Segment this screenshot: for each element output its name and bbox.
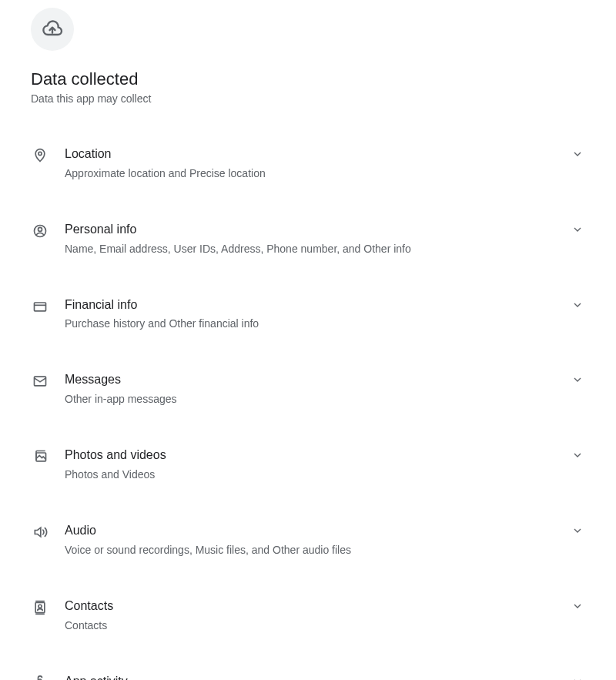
svg-marker-7 bbox=[35, 528, 41, 537]
data-item-title: Financial info bbox=[65, 297, 561, 313]
data-item-financial-info[interactable]: Financial info Purchase history and Othe… bbox=[31, 283, 585, 347]
chevron-down-icon bbox=[570, 146, 585, 162]
svg-point-0 bbox=[38, 152, 42, 155]
data-item-audio[interactable]: Audio Voice or sound recordings, Music f… bbox=[31, 509, 585, 572]
contacts-icon bbox=[31, 598, 49, 617]
svg-point-2 bbox=[38, 227, 42, 231]
data-item-description: Contacts bbox=[65, 618, 561, 634]
chevron-down-icon bbox=[570, 674, 585, 680]
data-item-description: Name, Email address, User IDs, Address, … bbox=[65, 241, 561, 257]
chevron-down-icon bbox=[570, 297, 585, 313]
data-item-title: Personal info bbox=[65, 222, 561, 238]
data-item-title: Audio bbox=[65, 523, 561, 539]
data-item-description: Approximate location and Precise locatio… bbox=[65, 166, 561, 182]
chevron-down-icon bbox=[570, 372, 585, 387]
data-item-title: Messages bbox=[65, 372, 561, 388]
svg-rect-3 bbox=[35, 303, 46, 311]
credit-card-icon bbox=[31, 297, 49, 316]
data-item-title: Photos and videos bbox=[65, 447, 561, 464]
data-item-title: App activity bbox=[65, 674, 561, 680]
data-item-messages[interactable]: Messages Other in-app messages bbox=[31, 358, 585, 421]
section-title: Data collected bbox=[31, 69, 585, 89]
location-icon bbox=[31, 146, 49, 165]
photos-icon bbox=[31, 447, 49, 466]
data-item-description: Purchase history and Other financial inf… bbox=[65, 316, 561, 332]
chevron-down-icon bbox=[570, 523, 585, 538]
audio-icon bbox=[31, 523, 49, 541]
section-subtitle: Data this app may collect bbox=[31, 92, 585, 105]
data-item-personal-info[interactable]: Personal info Name, Email address, User … bbox=[31, 208, 585, 271]
cloud-upload-icon-circle bbox=[31, 8, 74, 51]
data-item-contacts[interactable]: Contacts Contacts bbox=[31, 585, 585, 648]
data-item-description: Voice or sound recordings, Music files, … bbox=[65, 542, 561, 558]
person-icon bbox=[31, 222, 49, 240]
data-item-description: Photos and Videos bbox=[65, 467, 561, 483]
data-item-title: Contacts bbox=[65, 598, 561, 615]
touch-icon bbox=[31, 674, 49, 680]
chevron-down-icon bbox=[570, 447, 585, 463]
data-item-title: Location bbox=[65, 146, 561, 162]
data-item-location[interactable]: Location Approximate location and Precis… bbox=[31, 132, 585, 196]
chevron-down-icon bbox=[570, 222, 585, 237]
svg-point-11 bbox=[38, 605, 42, 608]
chevron-down-icon bbox=[570, 598, 585, 614]
data-item-photos-videos[interactable]: Photos and videos Photos and Videos bbox=[31, 434, 585, 497]
data-item-description: Other in-app messages bbox=[65, 391, 561, 407]
data-item-app-activity[interactable]: App activity App interactions, In-app se… bbox=[31, 660, 585, 680]
mail-icon bbox=[31, 372, 49, 390]
cloud-upload-icon bbox=[42, 18, 63, 40]
